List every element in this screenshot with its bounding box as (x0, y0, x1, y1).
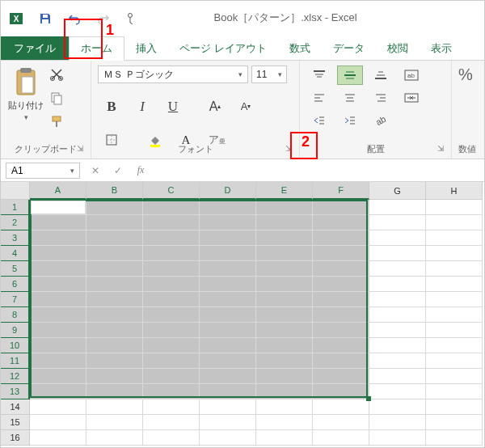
cell[interactable] (313, 277, 369, 292)
cell[interactable] (426, 430, 483, 446)
cell[interactable] (143, 215, 200, 230)
row-headers[interactable]: 12345678910111213141516 (1, 200, 30, 446)
merge-button[interactable] (399, 88, 424, 108)
wrap-text-button[interactable]: ab (399, 66, 424, 85)
cell[interactable] (30, 399, 86, 415)
cell[interactable] (256, 415, 313, 430)
column-header[interactable]: G (369, 182, 426, 200)
cell[interactable] (30, 277, 86, 292)
column-header[interactable]: B (86, 182, 143, 200)
align-left-button[interactable] (306, 88, 332, 108)
cell[interactable] (426, 384, 483, 399)
cell[interactable] (369, 200, 426, 215)
italic-button[interactable]: I (129, 96, 156, 117)
fx-icon[interactable]: fx (133, 164, 148, 176)
cell[interactable] (313, 215, 369, 230)
cell[interactable] (86, 369, 143, 384)
cell[interactable] (200, 369, 256, 384)
bold-button[interactable]: B (98, 96, 125, 117)
cell[interactable] (86, 415, 143, 430)
cell[interactable] (426, 353, 483, 369)
decrease-indent-button[interactable] (306, 111, 332, 130)
cell[interactable] (426, 369, 483, 384)
cell[interactable] (200, 384, 256, 399)
cell[interactable] (200, 230, 256, 246)
row-header[interactable]: 5 (1, 261, 30, 277)
font-name-select[interactable]: ＭＳ Ｐゴシック ▾ (98, 66, 248, 83)
row-header[interactable]: 7 (1, 292, 30, 307)
cell[interactable] (86, 292, 143, 307)
cell[interactable] (256, 261, 313, 277)
cell[interactable] (426, 338, 483, 353)
cell[interactable] (86, 215, 143, 230)
column-headers[interactable]: ABCDEFGH (30, 182, 483, 200)
row-header[interactable]: 13 (1, 384, 30, 399)
cell[interactable] (86, 246, 143, 261)
cell[interactable] (369, 415, 426, 430)
cell[interactable] (143, 338, 200, 353)
cell[interactable] (256, 277, 313, 292)
cell[interactable] (200, 338, 256, 353)
cell[interactable] (143, 323, 200, 338)
copy-icon[interactable] (49, 91, 64, 108)
cell[interactable] (369, 292, 426, 307)
tab-home[interactable]: ホーム (69, 36, 124, 61)
cell[interactable] (256, 353, 313, 369)
cell[interactable] (256, 307, 313, 323)
worksheet-grid[interactable]: ABCDEFGH 12345678910111213141516 (1, 182, 484, 448)
font-dialog-launcher-icon[interactable]: ⇲ (285, 144, 297, 155)
cell[interactable] (30, 430, 86, 446)
row-header[interactable]: 1 (1, 200, 30, 215)
cell[interactable] (200, 415, 256, 430)
cell[interactable] (200, 277, 256, 292)
cell[interactable] (313, 200, 369, 215)
cell[interactable] (369, 369, 426, 384)
align-middle-button[interactable] (337, 66, 363, 85)
cell[interactable] (426, 399, 483, 415)
cell[interactable] (143, 384, 200, 399)
cell[interactable] (200, 353, 256, 369)
cell[interactable] (369, 430, 426, 446)
cell[interactable] (313, 230, 369, 246)
tab-review[interactable]: 校閲 (376, 36, 420, 60)
cell[interactable] (313, 292, 369, 307)
cell[interactable] (313, 399, 369, 415)
cell[interactable] (143, 369, 200, 384)
column-header[interactable]: E (256, 182, 313, 200)
column-header[interactable]: C (143, 182, 200, 200)
cell[interactable] (86, 430, 143, 446)
cell[interactable] (143, 261, 200, 277)
clipboard-dialog-launcher-icon[interactable]: ⇲ (77, 144, 88, 155)
tab-pagelayout[interactable]: ページ レイアウト (168, 36, 278, 60)
alignment-dialog-launcher-icon[interactable]: ⇲ (437, 144, 449, 155)
column-header[interactable]: D (200, 182, 256, 200)
cell[interactable] (256, 399, 313, 415)
cell[interactable] (256, 215, 313, 230)
cell[interactable] (200, 292, 256, 307)
format-painter-icon[interactable] (49, 114, 64, 131)
cell[interactable] (143, 353, 200, 369)
cell[interactable] (30, 353, 86, 369)
cell[interactable] (256, 292, 313, 307)
cell[interactable] (200, 261, 256, 277)
cell[interactable] (30, 215, 86, 230)
cell[interactable] (426, 292, 483, 307)
row-header[interactable]: 11 (1, 353, 30, 369)
cancel-icon[interactable]: ✕ (88, 165, 103, 176)
cell[interactable] (313, 384, 369, 399)
cell[interactable] (256, 200, 313, 215)
cut-icon[interactable] (49, 67, 64, 84)
cell[interactable] (256, 430, 313, 446)
cell[interactable] (256, 369, 313, 384)
cell[interactable] (256, 384, 313, 399)
cell[interactable] (313, 369, 369, 384)
row-header[interactable]: 2 (1, 215, 30, 230)
cell[interactable] (313, 246, 369, 261)
cell[interactable] (86, 200, 143, 215)
name-box[interactable]: A1 ▾ (6, 163, 80, 179)
cell[interactable] (200, 399, 256, 415)
cell[interactable] (30, 307, 86, 323)
touch-mode-icon[interactable] (124, 10, 141, 27)
cell[interactable] (369, 353, 426, 369)
select-all-corner[interactable] (1, 182, 30, 200)
